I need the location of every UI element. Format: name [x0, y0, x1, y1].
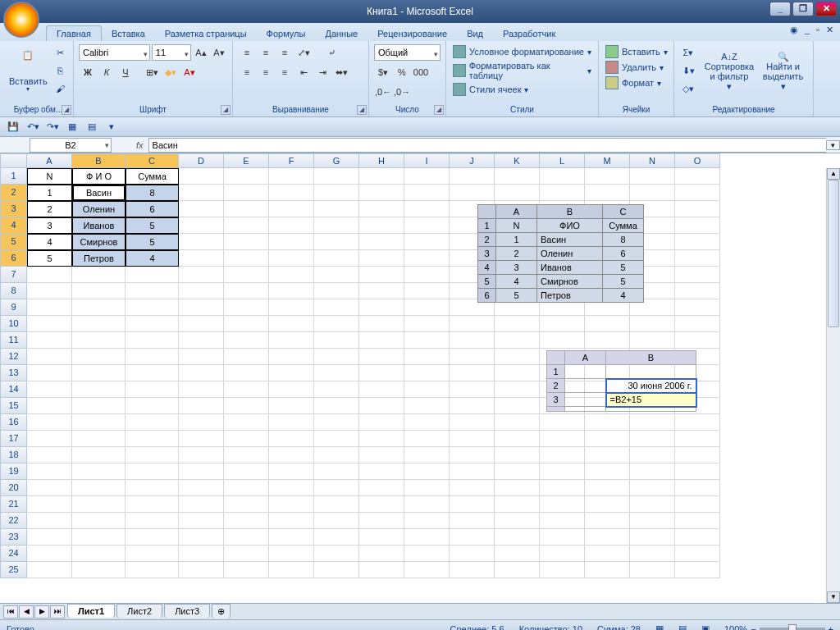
cell-B1[interactable]: Ф И О — [72, 168, 126, 185]
cell-M18[interactable] — [585, 447, 630, 463]
cell-C22[interactable] — [126, 513, 179, 529]
sheet-tab-1[interactable]: Лист1 — [67, 604, 115, 618]
cell-B10[interactable] — [72, 316, 126, 332]
cell-L22[interactable] — [540, 513, 585, 529]
qat-btn-2[interactable]: ▤ — [84, 120, 100, 135]
cell-H11[interactable] — [359, 332, 404, 349]
cell-I15[interactable] — [404, 398, 450, 414]
cell-J13[interactable] — [450, 365, 495, 381]
wrap-text-button[interactable]: ⤶ — [322, 44, 340, 61]
col-header-B[interactable]: B — [72, 153, 126, 168]
cell-B2[interactable]: Васин — [72, 185, 126, 201]
cell-G1[interactable] — [314, 168, 359, 185]
cell-F11[interactable] — [269, 332, 314, 349]
cell-E16[interactable] — [224, 414, 269, 431]
cell-D13[interactable] — [179, 365, 224, 381]
cell-G18[interactable] — [314, 447, 359, 463]
cell-O9[interactable] — [675, 299, 720, 316]
underline-button[interactable]: Ч — [116, 64, 135, 80]
cell-A18[interactable] — [27, 447, 72, 463]
cell-G24[interactable] — [314, 546, 359, 562]
cell-B5[interactable]: Смирнов — [72, 234, 126, 250]
cell-A1[interactable]: N — [27, 168, 72, 185]
cell-E6[interactable] — [224, 250, 269, 267]
cell-O6[interactable] — [675, 250, 720, 267]
tab-review[interactable]: Рецензирование — [368, 26, 457, 41]
autosum-button[interactable]: Σ▾ — [679, 44, 697, 61]
cell-I13[interactable] — [404, 365, 450, 381]
cell-C11[interactable] — [126, 332, 179, 349]
cell-B17[interactable] — [72, 431, 126, 447]
col-header-F[interactable]: F — [269, 153, 314, 168]
cell-N11[interactable] — [630, 332, 675, 349]
cell-E22[interactable] — [224, 513, 269, 529]
col-header-G[interactable]: G — [314, 153, 359, 168]
cell-O17[interactable] — [675, 431, 720, 447]
format-cells-button[interactable]: Формат ▾ — [604, 75, 669, 90]
office-button[interactable] — [3, 2, 39, 38]
cell-M10[interactable] — [585, 316, 630, 332]
font-launcher[interactable]: ◢ — [221, 105, 231, 115]
cell-E2[interactable] — [224, 185, 269, 201]
cell-H5[interactable] — [359, 234, 404, 250]
delete-cells-button[interactable]: Удалить ▾ — [604, 60, 669, 75]
tab-nav-first[interactable]: ⏮ — [3, 605, 18, 619]
save-button[interactable]: 💾 — [5, 120, 21, 135]
cell-N1[interactable] — [630, 168, 675, 185]
row-header-23[interactable]: 23 — [0, 529, 27, 546]
cell-H25[interactable] — [359, 562, 404, 578]
cell-K15[interactable] — [495, 398, 540, 414]
cut-button[interactable]: ✂ — [52, 44, 70, 61]
tab-nav-next[interactable]: ▶ — [34, 605, 49, 619]
cell-F16[interactable] — [269, 414, 314, 431]
cell-A11[interactable] — [27, 332, 72, 349]
cell-F2[interactable] — [269, 185, 314, 201]
cell-N24[interactable] — [630, 546, 675, 562]
cell-I3[interactable] — [404, 201, 450, 217]
cell-L21[interactable] — [540, 496, 585, 513]
cell-F5[interactable] — [269, 234, 314, 250]
cell-C17[interactable] — [126, 431, 179, 447]
cell-M17[interactable] — [585, 431, 630, 447]
cell-F19[interactable] — [269, 463, 314, 480]
cell-L16[interactable] — [540, 414, 585, 431]
row-header-7[interactable]: 7 — [0, 267, 27, 283]
font-size-combo[interactable]: 11 — [152, 44, 191, 61]
cell-L11[interactable] — [540, 332, 585, 349]
cell-H18[interactable] — [359, 447, 404, 463]
col-header-I[interactable]: I — [404, 153, 450, 168]
cell-I10[interactable] — [404, 316, 450, 332]
fill-button[interactable]: ⬇▾ — [679, 62, 697, 79]
cell-E18[interactable] — [224, 447, 269, 463]
cell-K17[interactable] — [495, 431, 540, 447]
cell-G7[interactable] — [314, 267, 359, 283]
cell-N20[interactable] — [630, 480, 675, 496]
cell-K24[interactable] — [495, 546, 540, 562]
fill-color-button[interactable]: ◆▾ — [162, 64, 180, 80]
cell-G10[interactable] — [314, 316, 359, 332]
cell-L2[interactable] — [540, 185, 585, 201]
cell-A3[interactable]: 2 — [27, 201, 72, 217]
tab-nav-prev[interactable]: ◀ — [19, 605, 34, 619]
cell-F8[interactable] — [269, 283, 314, 299]
cell-H24[interactable] — [359, 546, 404, 562]
col-header-E[interactable]: E — [224, 153, 269, 168]
cell-F12[interactable] — [269, 349, 314, 365]
copy-button[interactable]: ⎘ — [52, 62, 70, 79]
cell-G5[interactable] — [314, 234, 359, 250]
cell-B23[interactable] — [72, 529, 126, 546]
cell-A23[interactable] — [27, 529, 72, 546]
maximize-button[interactable]: ❐ — [792, 2, 814, 16]
currency-button[interactable]: $▾ — [374, 64, 392, 80]
cell-C2[interactable]: 8 — [126, 185, 179, 201]
cell-E25[interactable] — [224, 562, 269, 578]
cell-M23[interactable] — [585, 529, 630, 546]
cell-O8[interactable] — [675, 283, 720, 299]
cell-D24[interactable] — [179, 546, 224, 562]
sort-filter-button[interactable]: A↓Z Сортировка и фильтр ▾ — [704, 44, 755, 98]
cell-I8[interactable] — [404, 283, 450, 299]
doc-minimize-icon[interactable]: _ — [805, 25, 810, 35]
row-header-12[interactable]: 12 — [0, 349, 27, 365]
cell-E11[interactable] — [224, 332, 269, 349]
zoom-out-button[interactable]: − — [751, 624, 756, 631]
